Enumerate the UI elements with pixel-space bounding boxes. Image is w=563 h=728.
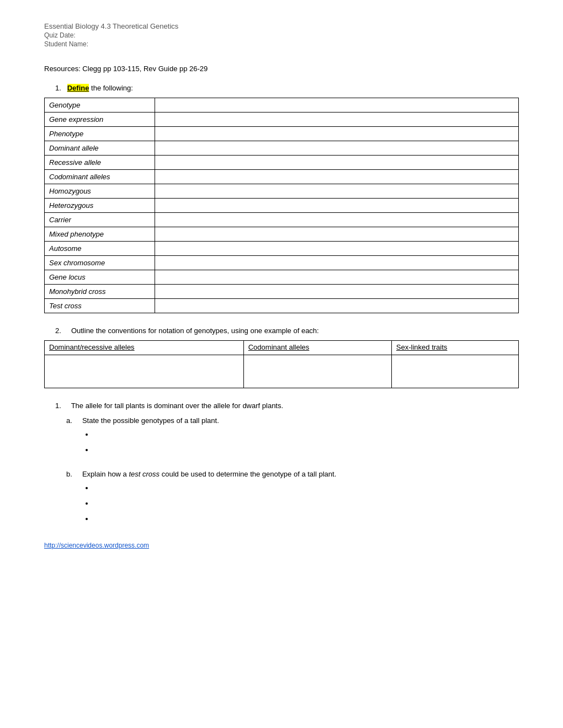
- definition-cell: [155, 156, 519, 170]
- question2-label: 2. Outline the conventions for notation …: [55, 326, 519, 335]
- term-cell: Gene expression: [45, 113, 155, 127]
- term-cell: Recessive allele: [45, 156, 155, 170]
- definition-cell: [155, 256, 519, 270]
- table-row: Carrier: [45, 213, 519, 227]
- term-cell: Mixed phenotype: [45, 227, 155, 242]
- term-cell: Test cross: [45, 299, 155, 313]
- definition-cell: [155, 98, 519, 113]
- sub-b-letter: b.: [66, 470, 72, 478]
- footer-link[interactable]: http://sciencevideos.wordpress.com: [44, 542, 149, 549]
- notation-cell-1: [45, 355, 244, 388]
- table-row: Gene expression: [45, 113, 519, 127]
- term-cell: Carrier: [45, 213, 155, 227]
- term-cell: Codominant alleles: [45, 170, 155, 184]
- sub-question-b: b. Explain how a test cross could be use…: [66, 470, 519, 530]
- definition-cell: [155, 270, 519, 285]
- definition-cell: [155, 242, 519, 256]
- table-row: Test cross: [45, 299, 519, 313]
- notation-header-cell: Codominant alleles: [243, 341, 391, 355]
- table-row: Heterozygous: [45, 199, 519, 213]
- term-cell: Homozygous: [45, 184, 155, 199]
- sub-a-bullets: [94, 430, 519, 461]
- definition-cell: [155, 184, 519, 199]
- sub-b-label: b. Explain how a test cross could be use…: [66, 470, 519, 478]
- sub-b-bullets: [94, 484, 519, 530]
- header-title: Essential Biology 4.3 Theoretical Geneti…: [44, 22, 519, 30]
- term-cell: Sex chromosome: [45, 256, 155, 270]
- definition-cell: [155, 227, 519, 242]
- resources-text: Resources: Clegg pp 103-115, Rev Guide p…: [44, 65, 519, 73]
- sub-a-letter: a.: [66, 416, 72, 425]
- notation-empty-row: [45, 355, 519, 388]
- sub-a-text: State the possible genotypes of a tall p…: [82, 416, 219, 425]
- table-row: Mixed phenotype: [45, 227, 519, 242]
- student-name-label: Student Name:: [44, 40, 519, 48]
- term-cell: Monohybrid cross: [45, 285, 155, 299]
- sub-b-text-after: could be used to determine the genotype …: [160, 470, 336, 478]
- table-row: Phenotype: [45, 127, 519, 141]
- question3-section: 1. The allele for tall plants is dominan…: [55, 402, 519, 530]
- quiz-date-label: Quiz Date:: [44, 31, 519, 39]
- definition-cell: [155, 213, 519, 227]
- notation-header-cell: Sex-linked traits: [391, 341, 518, 355]
- sub-question-a: a. State the possible genotypes of a tal…: [66, 416, 519, 461]
- term-cell: Dominant allele: [45, 141, 155, 156]
- q3-text: The allele for tall plants is dominant o…: [71, 402, 283, 410]
- q1-highlight: Define: [67, 84, 89, 92]
- notation-cell-2: [243, 355, 391, 388]
- definition-cell: [155, 141, 519, 156]
- table-row: Monohybrid cross: [45, 285, 519, 299]
- table-row: Sex chromosome: [45, 256, 519, 270]
- term-cell: Heterozygous: [45, 199, 155, 213]
- definition-cell: [155, 199, 519, 213]
- table-row: Dominant allele: [45, 141, 519, 156]
- notation-table: Dominant/recessive allelesCodominant all…: [44, 340, 519, 388]
- definition-cell: [155, 127, 519, 141]
- bullet-b-1: [94, 484, 519, 499]
- sub-b-text-before: Explain how a: [82, 470, 129, 478]
- footer: http://sciencevideos.wordpress.com: [44, 541, 519, 549]
- sub-a-label: a. State the possible genotypes of a tal…: [66, 416, 519, 425]
- bullet-b-2: [94, 499, 519, 515]
- q1-rest: the following:: [89, 84, 133, 92]
- q3-number: 1.: [55, 402, 61, 410]
- table-row: Genotype: [45, 98, 519, 113]
- definition-table: GenotypeGene expressionPhenotypeDominant…: [44, 98, 519, 313]
- table-row: Gene locus: [45, 270, 519, 285]
- question3-main: 1. The allele for tall plants is dominan…: [55, 402, 519, 410]
- sub-b-italic: test cross: [129, 470, 160, 478]
- table-row: Autosome: [45, 242, 519, 256]
- term-cell: Genotype: [45, 98, 155, 113]
- definition-cell: [155, 299, 519, 313]
- question1-label: 1. Define the following:: [55, 84, 519, 92]
- term-cell: Gene locus: [45, 270, 155, 285]
- definition-cell: [155, 285, 519, 299]
- bullet-b-3: [94, 515, 519, 530]
- term-cell: Phenotype: [45, 127, 155, 141]
- bullet-a-2: [94, 446, 519, 461]
- header-section: Essential Biology 4.3 Theoretical Geneti…: [44, 22, 519, 48]
- notation-cell-3: [391, 355, 518, 388]
- definition-cell: [155, 170, 519, 184]
- notation-header-cell: Dominant/recessive alleles: [45, 341, 244, 355]
- q2-text: Outline the conventions for notation of …: [71, 326, 319, 335]
- table-row: Recessive allele: [45, 156, 519, 170]
- table-row: Codominant alleles: [45, 170, 519, 184]
- table-row: Homozygous: [45, 184, 519, 199]
- q2-number: 2.: [55, 326, 61, 335]
- q1-number: 1.: [55, 84, 61, 92]
- term-cell: Autosome: [45, 242, 155, 256]
- bullet-a-1: [94, 430, 519, 446]
- definition-cell: [155, 113, 519, 127]
